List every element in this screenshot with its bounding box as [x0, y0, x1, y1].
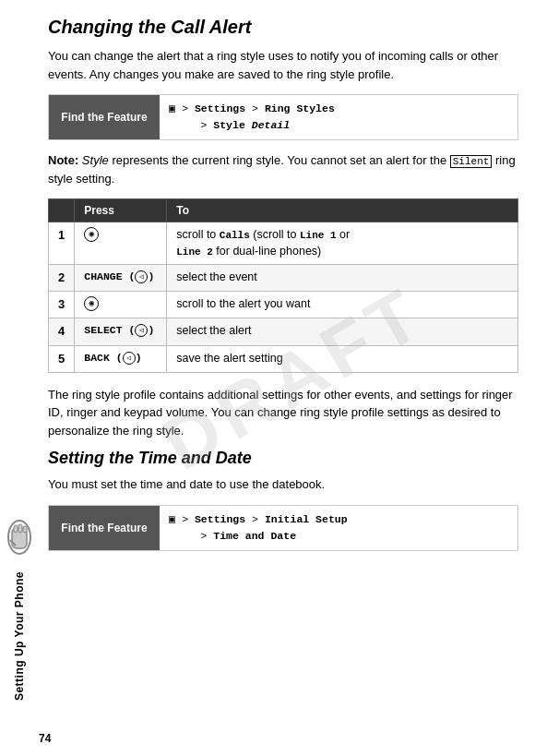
find-feature-box-1: Find the Feature ▣ > Settings > Ring Sty…	[48, 94, 518, 140]
select-icon: ◁	[135, 324, 148, 337]
note-text1: represents the current ring style. You c…	[112, 153, 449, 167]
main-content: Changing the Call Alert You can change t…	[39, 0, 535, 756]
page-container: DRAFT Setting Up Your Phone Changing the…	[0, 0, 535, 756]
section2-title: Setting the Time and Date	[48, 449, 518, 468]
menu-icon-1: ▣	[169, 102, 175, 114]
row2-press: CHANGE (◁)	[75, 265, 167, 292]
row5-to: save the alert setting	[167, 345, 518, 372]
find-feature-content-2: ▣ > Settings > Initial Setup > Time and …	[160, 506, 357, 550]
find-feature-box-2: Find the Feature ▣ > Settings > Initial …	[48, 505, 518, 551]
table-row: 3 ◉ scroll to the alert you want	[49, 292, 518, 318]
table-row: 4 SELECT (◁) select the alert	[49, 318, 518, 345]
row3-press: ◉	[75, 292, 167, 318]
row5-press: BACK (◁)	[75, 345, 167, 372]
section1-title: Changing the Call Alert	[48, 17, 518, 38]
note-paragraph: Note: Style represents the current ring …	[48, 151, 518, 187]
section1-body2: The ring style profile contains addition…	[48, 386, 518, 440]
find-feature-label-1: Find the Feature	[49, 95, 160, 139]
sidebar-label: Setting Up Your Phone	[13, 571, 26, 701]
row5-num: 5	[49, 345, 75, 372]
find-feature-content-1: ▣ > Settings > Ring Styles > Style Detai…	[160, 95, 344, 139]
table-row: 5 BACK (◁) save the alert setting	[49, 345, 518, 372]
change-icon: ◁	[135, 270, 148, 283]
find-feature-label-2: Find the Feature	[49, 506, 160, 550]
silent-code: Silent	[450, 155, 493, 168]
row1-press: ◉	[75, 222, 167, 265]
sidebar: Setting Up Your Phone	[0, 0, 39, 756]
row1-num: 1	[49, 222, 75, 265]
scroll-icon-1: ◉	[84, 227, 99, 242]
back-icon: ◁	[123, 352, 136, 365]
tools-icon	[3, 514, 36, 560]
row1-to: scroll to Calls (scroll to Line 1 or Lin…	[167, 222, 518, 265]
note-italic: Style	[82, 153, 109, 167]
svg-rect-2	[14, 525, 18, 533]
find-feature-path-2: > Settings > Initial Setup > Time and Da…	[169, 513, 348, 542]
press-table: Press To 1 ◉ scroll to Calls (scroll to …	[48, 198, 518, 373]
col-header-press: Press	[75, 199, 167, 222]
section1-intro: You can change the alert that a ring sty…	[48, 47, 518, 83]
menu-icon-2: ▣	[169, 513, 175, 525]
row3-to: scroll to the alert you want	[167, 292, 518, 318]
note-label: Note:	[48, 153, 78, 167]
table-row: 1 ◉ scroll to Calls (scroll to Line 1 or…	[49, 222, 518, 265]
section2-intro: You must set the time and date to use th…	[48, 475, 518, 494]
find-feature-path-1: > Settings > Ring Styles > Style Detail	[169, 102, 335, 131]
svg-rect-4	[23, 526, 27, 533]
col-header-to: To	[167, 199, 518, 222]
row4-num: 4	[49, 318, 75, 345]
row3-num: 3	[49, 292, 75, 318]
svg-rect-3	[18, 524, 22, 533]
col-header-num	[49, 199, 75, 222]
row2-num: 2	[49, 265, 75, 292]
table-row: 2 CHANGE (◁) select the event	[49, 265, 518, 292]
row4-press: SELECT (◁)	[75, 318, 167, 345]
row2-to: select the event	[167, 265, 518, 292]
page-number: 74	[39, 732, 51, 745]
scroll-icon-3: ◉	[84, 296, 99, 311]
row4-to: select the alert	[167, 318, 518, 345]
